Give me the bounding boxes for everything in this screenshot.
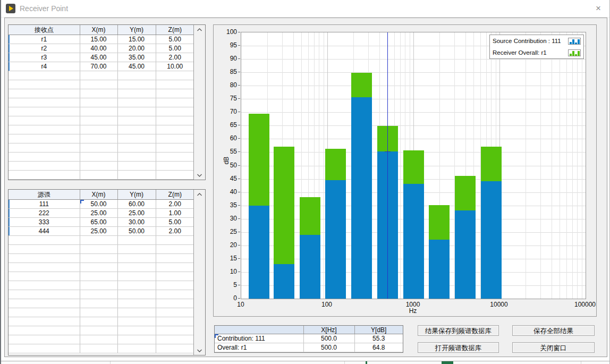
table-cell[interactable]: [80, 335, 117, 344]
scroll-up-button[interactable]: [194, 190, 205, 199]
open-spectrum-db-button[interactable]: 打开频谱数据库: [418, 342, 499, 353]
table-cell[interactable]: [117, 143, 156, 153]
table-cell[interactable]: 65.00: [80, 218, 117, 227]
legend-item[interactable]: Source Contribution : 111: [490, 35, 583, 47]
table-cell[interactable]: [117, 162, 156, 171]
table-cell[interactable]: [80, 107, 117, 116]
table-cell[interactable]: 50.00: [80, 200, 117, 209]
table-cell[interactable]: Contribution: 111: [215, 334, 303, 343]
table-cell[interactable]: 500.0: [303, 334, 354, 343]
table-cell[interactable]: [9, 344, 80, 353]
table-cell[interactable]: 15.00: [80, 35, 117, 44]
table-cell[interactable]: [156, 344, 193, 353]
table-cell[interactable]: 5.00: [156, 44, 193, 53]
scroll-up-button[interactable]: [194, 25, 205, 34]
table-cell[interactable]: [156, 335, 193, 344]
table-cell[interactable]: [117, 281, 156, 290]
source-table-scrollbar[interactable]: [193, 190, 205, 355]
table-cell[interactable]: Overall: r1: [215, 343, 303, 352]
table-cell[interactable]: [9, 107, 80, 116]
table-cell[interactable]: [117, 107, 156, 116]
table-cell[interactable]: [9, 263, 80, 272]
table-cell[interactable]: [80, 308, 117, 317]
table-cell[interactable]: [156, 134, 193, 143]
scroll-down-button[interactable]: [194, 346, 205, 355]
table-cell[interactable]: [9, 71, 80, 80]
table-cell[interactable]: [80, 344, 117, 353]
table-cell[interactable]: [117, 290, 156, 299]
table-cell[interactable]: [9, 98, 80, 107]
table-cell[interactable]: 2.00: [156, 227, 193, 236]
table-cell[interactable]: [80, 263, 117, 272]
table-cell[interactable]: r2: [9, 44, 80, 53]
table-cell[interactable]: [156, 272, 193, 281]
table-cell[interactable]: [117, 80, 156, 89]
table-cell[interactable]: [9, 245, 80, 254]
table-cell[interactable]: [80, 125, 117, 134]
close-icon[interactable]: ×: [592, 2, 605, 15]
table-cell[interactable]: 15.00: [117, 35, 156, 44]
table-cell[interactable]: [156, 317, 193, 326]
close-window-button[interactable]: 关闭窗口: [512, 342, 595, 353]
table-cell[interactable]: [9, 153, 80, 162]
table-cell[interactable]: 45.00: [80, 53, 117, 62]
save-all-results-button[interactable]: 保存全部结果: [512, 325, 595, 336]
table-cell[interactable]: [156, 299, 193, 308]
table-cell[interactable]: [80, 326, 117, 335]
table-cell[interactable]: [9, 326, 80, 335]
table-cell[interactable]: 111: [9, 200, 80, 209]
table-cell[interactable]: [9, 308, 80, 317]
table-cell[interactable]: 70.00: [80, 62, 117, 71]
table-cell[interactable]: [117, 134, 156, 143]
table-cell[interactable]: 25.00: [80, 227, 117, 236]
table-cell[interactable]: [117, 335, 156, 344]
table-cell[interactable]: 333: [9, 218, 80, 227]
table-cell[interactable]: [80, 134, 117, 143]
table-cell[interactable]: [9, 134, 80, 143]
table-cell[interactable]: 500.0: [303, 343, 354, 352]
table-cell[interactable]: [156, 308, 193, 317]
receiver-table-scrollbar[interactable]: [193, 25, 205, 180]
table-cell[interactable]: 222: [9, 209, 80, 218]
table-cell[interactable]: [9, 162, 80, 171]
table-cell[interactable]: 55.3: [354, 334, 403, 343]
table-cell[interactable]: [156, 162, 193, 171]
table-cell[interactable]: [80, 116, 117, 125]
table-cell[interactable]: [117, 236, 156, 245]
table-cell[interactable]: [117, 71, 156, 80]
table-cell[interactable]: r3: [9, 53, 80, 62]
table-cell[interactable]: [9, 281, 80, 290]
table-cell[interactable]: [80, 272, 117, 281]
table-cell[interactable]: 45.00: [117, 62, 156, 71]
table-cell[interactable]: [156, 107, 193, 116]
table-cell[interactable]: [80, 153, 117, 162]
table-cell[interactable]: [9, 290, 80, 299]
table-cell[interactable]: [117, 98, 156, 107]
table-cell[interactable]: [9, 143, 80, 153]
table-cell[interactable]: [9, 125, 80, 134]
table-cell[interactable]: [80, 71, 117, 80]
table-cell[interactable]: [9, 236, 80, 245]
table-cell[interactable]: 60.00: [117, 200, 156, 209]
scroll-down-button[interactable]: [194, 171, 205, 180]
table-cell[interactable]: 64.8: [354, 343, 403, 352]
table-cell[interactable]: [9, 254, 80, 263]
table-cell[interactable]: [156, 153, 193, 162]
table-cell[interactable]: [80, 317, 117, 326]
table-cell[interactable]: [117, 263, 156, 272]
table-cell[interactable]: [80, 290, 117, 299]
table-cell[interactable]: [117, 299, 156, 308]
table-cell[interactable]: [117, 245, 156, 254]
table-cell[interactable]: 444: [9, 227, 80, 236]
table-cell[interactable]: [156, 171, 193, 180]
table-cell[interactable]: [80, 89, 117, 98]
table-cell[interactable]: [156, 98, 193, 107]
chart-legend[interactable]: Source Contribution : 111Receiver Overal…: [489, 35, 584, 59]
table-cell[interactable]: [80, 236, 117, 245]
table-cell[interactable]: [117, 326, 156, 335]
table-cell[interactable]: [80, 299, 117, 308]
save-to-spectrum-db-button[interactable]: 结果保存到频谱数据库: [418, 325, 499, 336]
table-cell[interactable]: [156, 236, 193, 245]
table-cell[interactable]: 2.00: [156, 200, 193, 209]
table-cell[interactable]: [9, 89, 80, 98]
